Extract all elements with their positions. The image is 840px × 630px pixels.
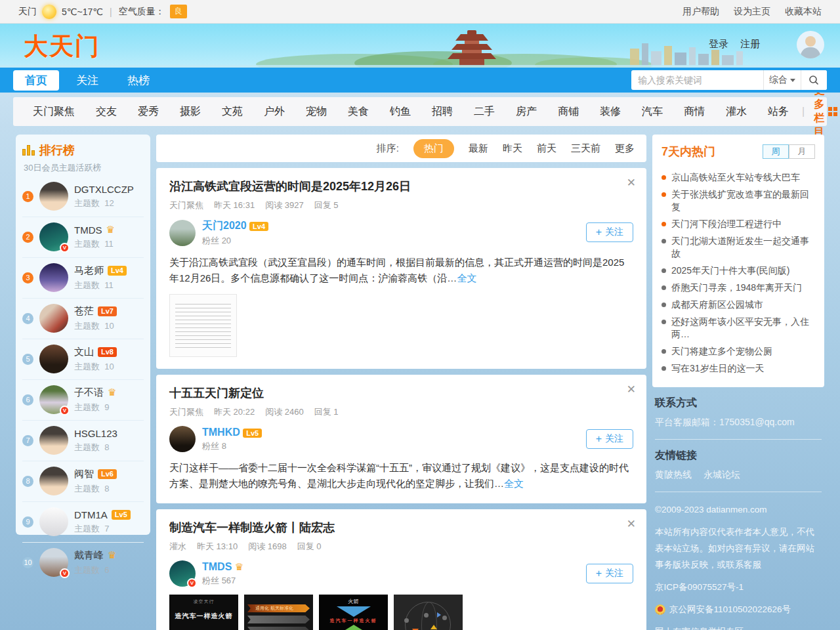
video-thumbnail[interactable]: 凌空天行 造汽车一样造火箭 [169,595,238,630]
avatar[interactable] [39,304,68,333]
username[interactable]: 戴青峰 [74,549,104,562]
category-item[interactable]: 户外 [253,105,295,119]
category-item[interactable]: 站务 [757,105,799,119]
search-input[interactable] [631,75,763,85]
username[interactable]: HSGL123 [74,428,117,439]
tab-follow[interactable]: 关注 [64,70,110,91]
site-logo[interactable]: 大天门 [24,30,100,63]
ranking-item[interactable]: 2 V TMDS♛ 主题数 11 [22,217,144,258]
hot-item[interactable]: 关于张洪线扩宽改造事宜的最新回复 [662,186,815,215]
hot-item[interactable]: 成都天府新区公园城市 [662,296,815,313]
category-item[interactable]: 装修 [589,105,631,119]
fulltext-link[interactable]: 全文 [457,272,476,284]
post-board[interactable]: 天门聚焦 [169,200,203,211]
register-link[interactable]: 注册 [740,38,760,51]
author-name[interactable]: TMDS [202,561,232,572]
close-icon[interactable]: ✕ [627,177,636,188]
category-item[interactable]: 文苑 [211,105,253,119]
video-thumbnail[interactable]: 通用化 航天标准化 [244,595,313,630]
ranking-item[interactable]: 5 文山Lv8 主题数 10 [22,339,144,380]
hot-item[interactable]: 天门河下段治理工程进行中 [662,215,815,232]
category-item[interactable]: 天门聚焦 [22,105,85,119]
friend-link[interactable]: 永城论坛 [704,469,740,481]
post-thumbnail[interactable] [169,294,237,357]
login-link[interactable]: 登录 [709,38,728,51]
post-title[interactable]: 沿江高铁武宜段运营的时间是2025年12月26日 [169,178,633,194]
username[interactable]: TMDS [74,224,102,236]
avatar[interactable] [39,263,68,292]
category-item[interactable]: 钓鱼 [379,105,421,119]
post-board[interactable]: 灌水 [169,541,186,553]
category-item[interactable]: 房产 [505,105,547,119]
category-item[interactable]: 宠物 [295,105,337,119]
ranking-item[interactable]: 1 DGTXLCCZP 主题数 12 [22,177,144,217]
username[interactable]: 子不语 [74,387,104,399]
category-item[interactable]: 汽车 [631,105,673,119]
tab-home[interactable]: 首页 [13,70,59,91]
avatar[interactable] [169,220,196,246]
username[interactable]: 马老师 [74,264,104,277]
username[interactable]: 文山 [74,346,94,358]
post-title[interactable]: 制造汽车一样制造火箭丨陆宏志 [169,520,633,536]
video-thumbnail[interactable] [394,595,463,630]
hot-item[interactable]: 天门北湖大道附近发生一起交通事故 [662,232,815,262]
category-item[interactable]: 交友 [85,105,127,119]
police-number[interactable]: 京公网安备11010502022626号 [669,601,791,618]
user-help-link[interactable]: 用户帮助 [682,6,719,18]
avatar[interactable] [39,467,68,495]
category-item[interactable]: 招聘 [421,105,463,119]
username[interactable]: 阀智 [74,468,94,480]
search-button[interactable] [801,70,827,90]
avatar[interactable] [39,426,68,455]
ranking-item[interactable]: 9 DTM1ALv5 主题数 7 [22,502,144,543]
month-toggle[interactable]: 月 [789,144,815,159]
set-homepage-link[interactable]: 设为主页 [734,6,770,18]
report-link[interactable]: 网上有害信息举报专区 [655,623,822,630]
username[interactable]: 苍茫 [74,305,94,318]
sort-option-hot[interactable]: 热门 [413,139,454,158]
category-item[interactable]: 灌水 [715,105,757,119]
hot-item[interactable]: 天门将建立多个宠物公厕 [662,343,815,360]
hot-item[interactable]: 京山高铁站至火车站专线大巴车 [662,169,815,186]
ranking-item[interactable]: 8 阀智Lv6 主题数 8 [22,461,144,502]
username[interactable]: DTM1A [74,509,108,520]
close-icon[interactable]: ✕ [627,518,636,530]
sort-option-3days[interactable]: 三天前 [571,142,600,155]
ranking-item[interactable]: 10 V 戴青峰♛ 主题数 6 [22,543,144,583]
category-item[interactable]: 爱秀 [127,105,169,119]
follow-button[interactable]: +关注 [586,429,633,449]
post-title[interactable]: 十五五天门新定位 [169,385,633,401]
follow-button[interactable]: +关注 [586,564,633,583]
category-item[interactable]: 美食 [337,105,379,119]
post-board[interactable]: 天门聚焦 [169,406,203,418]
search-filter-dropdown[interactable]: 综合 [763,70,801,90]
hot-item[interactable]: 2025年天门十件大事(民间版) [662,262,815,279]
avatar[interactable] [39,507,68,536]
category-item[interactable]: 商铺 [547,105,589,119]
bookmark-site-link[interactable]: 收藏本站 [785,6,822,18]
user-avatar[interactable] [797,31,824,58]
icp-number[interactable]: 京ICP备09075527号-1 [655,579,822,595]
sort-option-more[interactable]: 更多 [615,142,635,155]
hot-item[interactable]: 侨胞天门寻亲，1948年离开天门 [662,279,815,296]
author-name[interactable]: 天门2020 [202,220,247,231]
category-item[interactable]: 商情 [673,105,715,119]
video-thumbnail[interactable]: 火箭 造汽车一样造火箭 工业品 [319,595,388,630]
category-item[interactable]: 摄影 [169,105,211,119]
category-item[interactable]: 二手 [463,105,505,119]
tab-hotlist[interactable]: 热榜 [116,70,161,91]
sort-option-yesterday[interactable]: 昨天 [503,142,522,155]
ranking-item[interactable]: 6 V 子不语♛ 主题数 9 [22,380,144,421]
avatar[interactable] [39,182,68,211]
ranking-item[interactable]: 7 HSGL123 主题数 8 [22,421,144,461]
close-icon[interactable]: ✕ [627,384,636,395]
sort-option-daybefore[interactable]: 前天 [537,142,556,155]
avatar[interactable] [39,345,68,373]
sort-option-newest[interactable]: 最新 [469,142,488,155]
avatar[interactable] [169,426,196,452]
author-name[interactable]: TMHKD [202,427,240,438]
ranking-item[interactable]: 4 苍茫Lv7 主题数 10 [22,299,144,339]
friend-link[interactable]: 黄陂热线 [655,469,692,481]
hot-item[interactable]: 写在31岁生日的这一天 [662,360,815,377]
username[interactable]: DGTXLCCZP [74,184,134,195]
